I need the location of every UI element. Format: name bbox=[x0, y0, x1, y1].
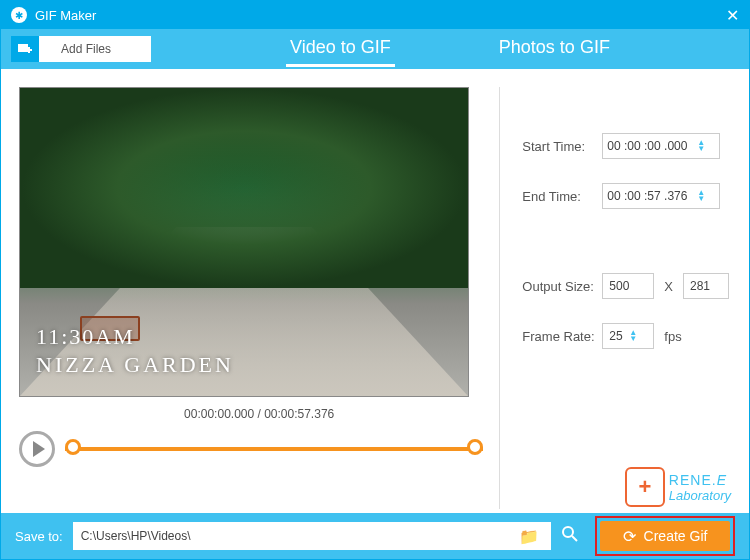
tab-video-to-gif[interactable]: Video to GIF bbox=[286, 31, 395, 67]
svg-rect-2 bbox=[28, 47, 30, 53]
add-files-label: Add Files bbox=[61, 42, 111, 56]
toolbar: Add Files Video to GIF Photos to GIF bbox=[1, 29, 749, 69]
end-time-label: End Time: bbox=[522, 189, 602, 204]
save-to-input[interactable]: C:\Users\HP\Videos\ 📁 bbox=[73, 522, 551, 550]
frame-rate-input[interactable]: 25 ▲▼ bbox=[602, 323, 654, 349]
app-logo-icon: ✱ bbox=[11, 7, 27, 23]
stepper-icon[interactable]: ▲▼ bbox=[629, 330, 647, 342]
create-gif-label: Create Gif bbox=[644, 528, 708, 544]
brand-badge-icon: + bbox=[625, 467, 665, 507]
close-icon[interactable]: ✕ bbox=[726, 6, 739, 25]
output-height-input[interactable]: 281 bbox=[683, 273, 729, 299]
tab-photos-to-gif[interactable]: Photos to GIF bbox=[495, 31, 614, 67]
dimension-separator: X bbox=[664, 279, 673, 294]
titlebar: ✱ GIF Maker ✕ bbox=[1, 1, 749, 29]
start-time-input[interactable]: 00 :00 :00 .000 ▲▼ bbox=[602, 133, 720, 159]
svg-point-3 bbox=[563, 527, 573, 537]
trim-end-handle[interactable] bbox=[464, 436, 487, 459]
start-time-label: Start Time: bbox=[522, 139, 602, 154]
overlay-title: NIZZA GARDEN bbox=[36, 352, 234, 378]
add-files-button[interactable]: Add Files bbox=[11, 36, 151, 62]
fps-unit: fps bbox=[664, 329, 681, 344]
svg-line-4 bbox=[572, 536, 577, 541]
brand-logo: + RENE.E Laboratory bbox=[625, 467, 731, 507]
save-to-label: Save to: bbox=[15, 529, 63, 544]
folder-icon[interactable]: 📁 bbox=[519, 527, 539, 546]
window-title: GIF Maker bbox=[35, 8, 96, 23]
video-preview: 11:30AM NIZZA GARDEN bbox=[19, 87, 469, 397]
frame-rate-label: Frame Rate: bbox=[522, 329, 602, 344]
output-size-label: Output Size: bbox=[522, 279, 602, 294]
add-files-icon bbox=[11, 36, 39, 62]
create-gif-button[interactable]: ⟳ Create Gif bbox=[600, 521, 730, 551]
stepper-icon[interactable]: ▲▼ bbox=[697, 190, 715, 202]
save-path: C:\Users\HP\Videos\ bbox=[81, 529, 519, 543]
trim-start-handle[interactable] bbox=[62, 436, 85, 459]
trim-slider[interactable] bbox=[65, 433, 483, 465]
output-width-input[interactable]: 500 bbox=[602, 273, 654, 299]
end-time-input[interactable]: 00 :00 :57 .376 ▲▼ bbox=[602, 183, 720, 209]
play-button[interactable] bbox=[19, 431, 55, 467]
stepper-icon[interactable]: ▲▼ bbox=[697, 140, 715, 152]
overlay-time: 11:30AM bbox=[36, 324, 135, 350]
timecodes: 00:00:00.000 / 00:00:57.376 bbox=[19, 407, 499, 421]
search-icon[interactable] bbox=[561, 525, 579, 548]
refresh-icon: ⟳ bbox=[623, 527, 636, 546]
